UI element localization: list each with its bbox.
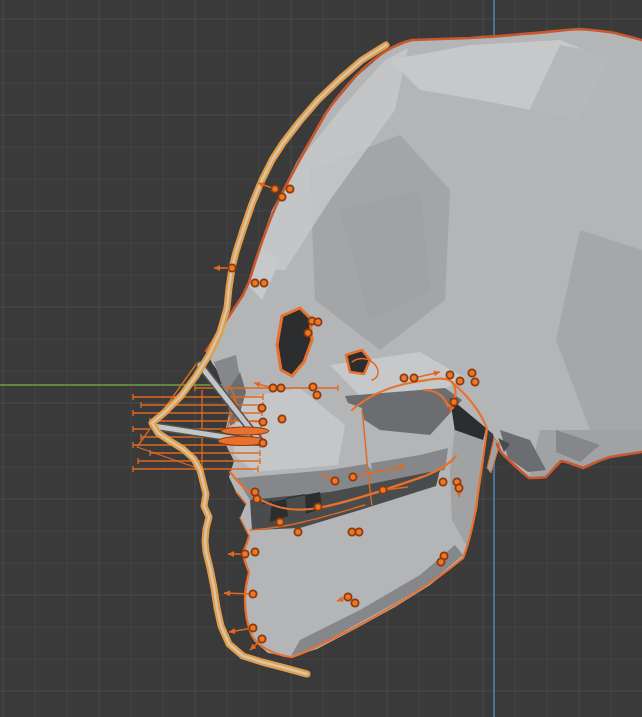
landmark-point[interactable] <box>294 528 301 535</box>
landmark-point[interactable] <box>278 415 285 422</box>
landmark-point[interactable] <box>276 518 283 525</box>
landmark-point[interactable] <box>400 374 407 381</box>
viewport-canvas[interactable] <box>0 0 642 717</box>
landmark-point[interactable] <box>331 477 338 484</box>
landmark-point[interactable] <box>286 185 293 192</box>
landmark-point[interactable] <box>228 264 235 271</box>
landmark-point[interactable] <box>277 384 284 391</box>
landmark-point[interactable] <box>258 404 265 411</box>
landmark-point[interactable] <box>241 550 248 557</box>
landmark-point[interactable] <box>249 590 256 597</box>
landmark-point[interactable] <box>251 548 258 555</box>
landmark-point[interactable] <box>258 635 265 642</box>
landmark-point[interactable] <box>439 478 446 485</box>
lip-marker[interactable] <box>221 427 269 435</box>
landmark-point[interactable] <box>313 391 320 398</box>
landmark-point[interactable] <box>259 418 266 425</box>
landmark-point[interactable] <box>260 279 267 286</box>
landmark-point[interactable] <box>455 484 462 491</box>
landmark-point[interactable] <box>410 374 417 381</box>
landmark-point[interactable] <box>468 369 475 376</box>
landmark-point[interactable] <box>314 503 321 510</box>
landmark-point[interactable] <box>269 384 276 391</box>
landmark-point[interactable] <box>304 329 311 336</box>
landmark-point[interactable] <box>251 279 258 286</box>
landmark-point[interactable] <box>253 495 260 502</box>
landmark-point[interactable] <box>259 439 266 446</box>
landmark-point[interactable] <box>249 624 256 631</box>
landmark-point[interactable] <box>471 378 478 385</box>
landmark-point[interactable] <box>355 528 362 535</box>
landmark-point[interactable] <box>278 193 285 200</box>
landmark-point[interactable] <box>456 377 463 384</box>
landmark-point[interactable] <box>314 318 321 325</box>
viewport-3d[interactable] <box>0 0 642 717</box>
landmark-point[interactable] <box>349 473 356 480</box>
landmark-point[interactable] <box>450 398 457 405</box>
landmark-point[interactable] <box>351 599 358 606</box>
landmark-point[interactable] <box>446 371 453 378</box>
landmark-point[interactable] <box>379 486 386 493</box>
landmark-point[interactable] <box>309 383 316 390</box>
landmark-point[interactable] <box>437 558 444 565</box>
landmark-point[interactable] <box>251 488 258 495</box>
landmark-point[interactable] <box>344 593 351 600</box>
infraorbital-cavity <box>346 350 370 374</box>
landmark-point[interactable] <box>271 185 278 192</box>
